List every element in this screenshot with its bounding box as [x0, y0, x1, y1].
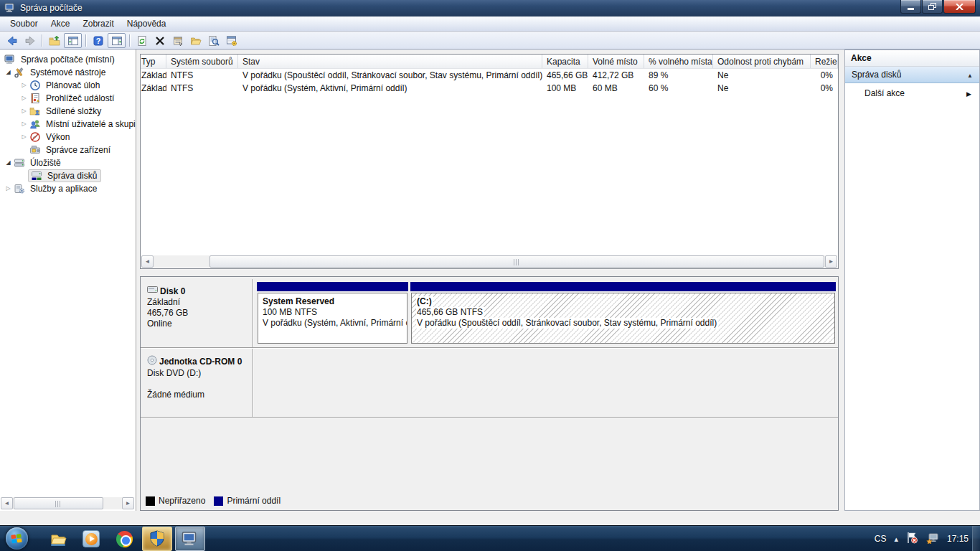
window-title: Správa počítače — [20, 3, 83, 13]
partition-c[interactable]: (C:) 465,66 GB NTFS V pořádku (Spouštěcí… — [410, 282, 836, 344]
scroll-left-arrow[interactable] — [141, 255, 154, 268]
column-header-rezie[interactable]: Režie — [811, 55, 838, 68]
start-button[interactable] — [6, 527, 28, 550]
computer-management-taskbar-icon[interactable] — [175, 527, 205, 551]
column-header-kapacita[interactable]: Kapacita — [542, 55, 588, 68]
media-player-taskbar-icon[interactable] — [76, 527, 106, 551]
column-header-pct-volneho-mista[interactable]: % volného místa — [644, 55, 713, 68]
show-action-pane-icon[interactable] — [108, 33, 126, 48]
sidebar-item-sdilene-slozky[interactable]: Sdílené složky — [0, 105, 136, 118]
restore-button[interactable] — [922, 0, 943, 14]
collapsed-chevron-icon[interactable] — [20, 92, 28, 105]
partition-system-reserved[interactable]: System Reserved 100 MB NTFS V pořádku (S… — [257, 282, 408, 344]
cdrom-label-panel[interactable]: Jednotka CD-ROM 0 Disk DVD (D:) Žádné mé… — [141, 349, 253, 417]
language-indicator[interactable]: CS — [875, 534, 887, 544]
explorer-taskbar-icon[interactable] — [43, 527, 73, 551]
minimize-button[interactable] — [900, 0, 921, 14]
cell-kapacita: 100 MB — [542, 83, 588, 93]
computer-management-window: Správa počítače Soubor Akce Zobrazit Náp… — [0, 0, 980, 525]
network-status-icon[interactable] — [926, 532, 939, 546]
partition-size: 465,66 GB NTFS — [416, 307, 484, 318]
column-header-system-souboru[interactable]: Systém souborů — [166, 55, 238, 68]
sidebar-item-label: Plánovač úloh — [44, 80, 102, 91]
scroll-left-arrow[interactable] — [1, 497, 13, 509]
sidebar-item-spravce-zarizeni[interactable]: Správce zařízení — [0, 143, 136, 156]
menu-akce[interactable]: Akce — [44, 17, 77, 30]
collapsed-chevron-icon[interactable] — [20, 79, 28, 92]
sidebar-item-systemove-nastroje[interactable]: Systémové nástroje — [0, 66, 136, 79]
close-button[interactable] — [943, 0, 976, 14]
uac-shield-taskbar-icon[interactable] — [142, 527, 172, 551]
taskbar-icons — [42, 526, 207, 551]
cdrom-status: Žádné médium — [147, 390, 250, 400]
partition-status: V pořádku (Spouštěcí oddíl, Stránkovací … — [416, 318, 718, 329]
volume-row-system-reserved[interactable]: Základní NTFS V pořádku (Systém, Aktivní… — [141, 82, 838, 95]
actions-panel-title: Akce — [845, 50, 979, 67]
more-actions-item[interactable]: Další akce — [845, 83, 979, 103]
expanded-chevron-icon[interactable] — [4, 156, 12, 169]
find-icon[interactable] — [205, 33, 222, 48]
chrome-taskbar-icon[interactable] — [109, 527, 139, 551]
cell-typ: Základní — [141, 83, 166, 93]
device-manager-icon — [29, 144, 41, 156]
disk0-row: Disk 0 Základní 465,76 GB Online System … — [141, 279, 838, 348]
scrollbar-thumb[interactable] — [209, 255, 824, 268]
scroll-right-arrow[interactable] — [825, 255, 837, 268]
sidebar-item-vykon[interactable]: Výkon — [0, 131, 136, 143]
tree-horizontal-scrollbar[interactable] — [1, 497, 134, 509]
column-header-odolnost[interactable]: Odolnost proti chybám — [713, 55, 811, 68]
column-header-volne-misto[interactable]: Volné místo — [588, 55, 644, 68]
sidebar-item-prohlizec-udalosti[interactable]: Prohlížeč událostí — [0, 92, 136, 105]
expanded-chevron-icon[interactable] — [4, 66, 12, 79]
sidebar-item-uloziste[interactable]: Úložiště — [0, 156, 136, 169]
menu-zobrazit[interactable]: Zobrazit — [76, 17, 120, 30]
show-desktop-button[interactable] — [972, 526, 980, 551]
disk0-label-panel[interactable]: Disk 0 Základní 465,76 GB Online — [141, 279, 253, 347]
collapse-group-icon[interactable] — [967, 70, 973, 80]
sidebar-item-sluzby-a-aplikace[interactable]: Služby a aplikace — [0, 182, 136, 195]
collapsed-chevron-icon[interactable] — [20, 118, 28, 131]
actions-group-sprava-disku[interactable]: Správa disků — [845, 67, 979, 83]
delete-icon[interactable] — [151, 33, 168, 48]
volume-list-horizontal-scrollbar[interactable] — [141, 255, 837, 268]
sidebar-item-sprava-pocitace[interactable]: Správa počítače (místní) — [0, 53, 136, 66]
main-area: Správa počítače (místní) Systémové nástr… — [0, 50, 980, 525]
clock[interactable]: 17:15 — [947, 534, 969, 544]
properties-icon[interactable] — [169, 33, 186, 48]
cell-odolnost: Ne — [713, 83, 811, 93]
forward-icon[interactable] — [22, 33, 38, 48]
column-header-typ[interactable]: Typ — [141, 55, 166, 68]
refresh-icon[interactable] — [133, 33, 150, 48]
volume-row-c[interactable]: Základní NTFS V pořádku (Spouštěcí oddíl… — [141, 69, 838, 82]
up-one-level-icon[interactable] — [46, 33, 62, 48]
show-console-tree-icon[interactable] — [64, 33, 82, 48]
sidebar-item-sprava-disku[interactable]: Správa disků — [0, 169, 136, 182]
scrollbar-thumb[interactable] — [14, 497, 103, 509]
console-tree-panel: Správa počítače (místní) Systémové nástr… — [0, 50, 136, 511]
collapsed-chevron-icon[interactable] — [20, 105, 28, 118]
show-hidden-icons-icon[interactable] — [894, 534, 898, 544]
collapsed-chevron-icon[interactable] — [20, 131, 28, 143]
menu-napoveda[interactable]: Nápověda — [121, 17, 173, 30]
scroll-right-arrow[interactable] — [122, 497, 134, 509]
open-folder-icon[interactable] — [187, 33, 204, 48]
services-icon — [14, 183, 25, 194]
help-icon[interactable]: ? — [90, 33, 106, 48]
sidebar-item-planovac-uloh[interactable]: Plánovač úloh — [0, 79, 136, 92]
export-list-icon[interactable] — [223, 33, 240, 48]
cdrom-row: Jednotka CD-ROM 0 Disk DVD (D:) Žádné mé… — [141, 349, 838, 418]
column-header-stav[interactable]: Stav — [238, 55, 542, 68]
collapsed-chevron-icon[interactable] — [4, 182, 12, 195]
cell-rezie: 0% — [811, 70, 838, 80]
back-icon[interactable] — [4, 33, 20, 48]
event-viewer-icon — [29, 93, 41, 104]
submenu-arrow-icon — [966, 88, 971, 98]
action-center-flag-icon[interactable] — [906, 532, 918, 546]
cell-pct: 89 % — [644, 70, 713, 80]
toolbar-separator — [129, 34, 130, 47]
selected-tree-item[interactable]: Správa disků — [28, 169, 101, 182]
sidebar-item-mistni-uzivatele[interactable]: Místní uživatelé a skupiny — [0, 118, 136, 131]
toolbar-separator — [42, 34, 42, 47]
menu-soubor[interactable]: Soubor — [4, 17, 44, 30]
disk-graphical-view: Disk 0 Základní 465,76 GB Online System … — [140, 276, 839, 511]
